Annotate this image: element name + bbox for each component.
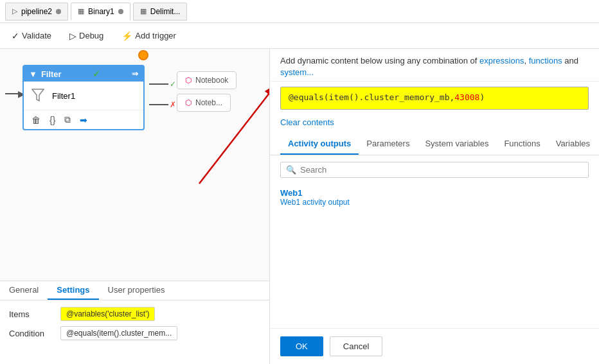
code-button[interactable]: {} <box>47 114 58 126</box>
expression-box: @equals(item().cluster_memory_mb,43008) <box>280 87 589 110</box>
fail-connector: ✗ <box>149 100 176 109</box>
tab-delimit[interactable]: ▦ Delimit... <box>133 3 188 21</box>
cancel-button[interactable]: Cancel <box>330 336 382 356</box>
delete-button[interactable]: 🗑 <box>29 114 43 126</box>
validate-button[interactable]: ✓ Validate <box>8 28 55 44</box>
expression-input[interactable]: @equals(item().cluster_memory_mb,43008) <box>280 87 589 110</box>
activity-instance-name: Filter1 <box>52 91 75 101</box>
activity-expand: ⇒ <box>132 69 138 78</box>
output-item-web1[interactable]: Web1 Web1 activity output <box>280 188 589 207</box>
items-field-row: Items @variables('cluster_list') <box>9 307 260 321</box>
tab-variables[interactable]: Variables <box>548 134 598 155</box>
notebook-layers-icon: ⬡ <box>185 76 192 85</box>
notebook-label-2: ⬡ Noteb... <box>185 98 222 107</box>
tab-system-variables[interactable]: System variables <box>417 134 496 155</box>
activity-actions: 🗑 {} ⧉ ➡ <box>24 110 143 129</box>
search-input[interactable] <box>300 165 583 175</box>
add-trigger-label: Add trigger <box>135 31 176 40</box>
debug-button[interactable]: ▷ Debug <box>66 28 107 44</box>
items-label: Items <box>9 309 60 319</box>
functions-link[interactable]: functions <box>529 56 562 65</box>
activity-header-left: ▼ Filter <box>29 69 62 79</box>
tab-binary1[interactable]: ▦ Binary1 <box>71 3 130 21</box>
bottom-content: Items @variables('cluster_list') Conditi… <box>0 300 269 352</box>
output-item-desc: Web1 activity output <box>280 198 589 207</box>
tab-binary1-label: Binary1 <box>88 7 114 16</box>
dialog-footer: OK Cancel <box>270 328 599 364</box>
tab-bar: ▷ pipeline2 ▦ Binary1 ▦ Delimit... <box>0 0 599 23</box>
clear-contents-link[interactable]: Clear contents <box>270 115 599 130</box>
header-text: Add dynamic content below using any comb… <box>280 56 479 65</box>
expression-highlight: 43008 <box>454 92 479 102</box>
activity-name: Filter <box>41 69 62 79</box>
add-trigger-button[interactable]: ⚡ Add trigger <box>118 28 180 44</box>
tab-delimit-label: Delimit... <box>150 7 181 16</box>
tab-pipeline2[interactable]: ▷ pipeline2 <box>5 3 68 21</box>
activity-header: ▼ Filter ✓ ⇒ <box>24 66 143 82</box>
tab-dot <box>56 9 61 14</box>
success-connector: ✓ <box>149 80 176 89</box>
activity-check: ✓ <box>93 69 100 79</box>
delimit-icon: ▦ <box>140 7 147 15</box>
items-value[interactable]: @variables('cluster_list') <box>60 307 155 321</box>
condition-field-row: Condition @equals(item().cluster_mem... <box>9 326 260 340</box>
search-bar: 🔍 <box>280 162 589 178</box>
status-indicator <box>138 50 148 60</box>
tab-general[interactable]: General <box>0 281 48 300</box>
system-link[interactable]: system... <box>280 67 314 77</box>
copy-button[interactable]: ⧉ <box>62 113 73 126</box>
trigger-icon: ⚡ <box>121 31 132 41</box>
filter-funnel-icon <box>29 87 47 105</box>
filter-icon: ▼ <box>29 69 37 79</box>
pipeline-canvas[interactable]: ▶ ▼ Filter ✓ ⇒ <box>0 49 269 281</box>
pipeline-icon: ▷ <box>12 7 17 15</box>
tab-functions[interactable]: Functions <box>496 134 548 155</box>
validate-icon: ✓ <box>12 31 19 41</box>
expression-suffix: ) <box>479 92 485 102</box>
tab-pipeline2-label: pipeline2 <box>21 7 52 16</box>
filter-activity[interactable]: ▼ Filter ✓ ⇒ Filter1 🗑 {} <box>22 65 145 130</box>
condition-value[interactable]: @equals(item().cluster_mem... <box>60 326 177 340</box>
binary-icon: ▦ <box>78 7 84 15</box>
expr-header: Add dynamic content below using any comb… <box>270 49 599 82</box>
tab-dot-2 <box>118 9 123 14</box>
bottom-tabs: General Settings User properties <box>0 281 269 300</box>
toolbar: ✓ Validate ▷ Debug ⚡ Add trigger <box>0 23 599 49</box>
condition-label: Condition <box>9 329 60 338</box>
debug-label: Debug <box>79 31 103 40</box>
canvas-area: ▶ ▼ Filter ✓ ⇒ <box>0 49 270 364</box>
tab-user-properties[interactable]: User properties <box>99 281 174 300</box>
notebook-layers-icon-2: ⬡ <box>185 98 192 107</box>
search-icon: 🔍 <box>286 165 296 175</box>
debug-icon: ▷ <box>69 31 76 41</box>
notebook-box-1[interactable]: ⬡ Notebook <box>177 71 237 89</box>
main-content: ▶ ▼ Filter ✓ ⇒ <box>0 49 599 364</box>
bottom-panel: General Settings User properties Items @… <box>0 281 269 364</box>
notebook-box-2[interactable]: ⬡ Noteb... <box>177 94 231 112</box>
right-panel: Add dynamic content below using any comb… <box>270 49 599 364</box>
next-button[interactable]: ➡ <box>77 114 90 126</box>
activity-body: Filter1 <box>24 82 143 110</box>
ok-button[interactable]: OK <box>280 336 323 356</box>
expressions-link[interactable]: expressions <box>479 56 524 65</box>
notebook-label-1: ⬡ Notebook <box>185 76 228 85</box>
tab-parameters[interactable]: Parameters <box>359 134 417 155</box>
outputs-list: Web1 Web1 activity output <box>270 183 599 328</box>
validate-label: Validate <box>22 31 51 40</box>
expression-prefix: @equals(item().cluster_memory_mb, <box>289 92 454 102</box>
dynamic-tabs: Activity outputs Parameters System varia… <box>270 134 599 155</box>
tab-activity-outputs[interactable]: Activity outputs <box>280 134 359 155</box>
output-item-name: Web1 <box>280 188 589 198</box>
tab-settings[interactable]: Settings <box>48 281 98 300</box>
